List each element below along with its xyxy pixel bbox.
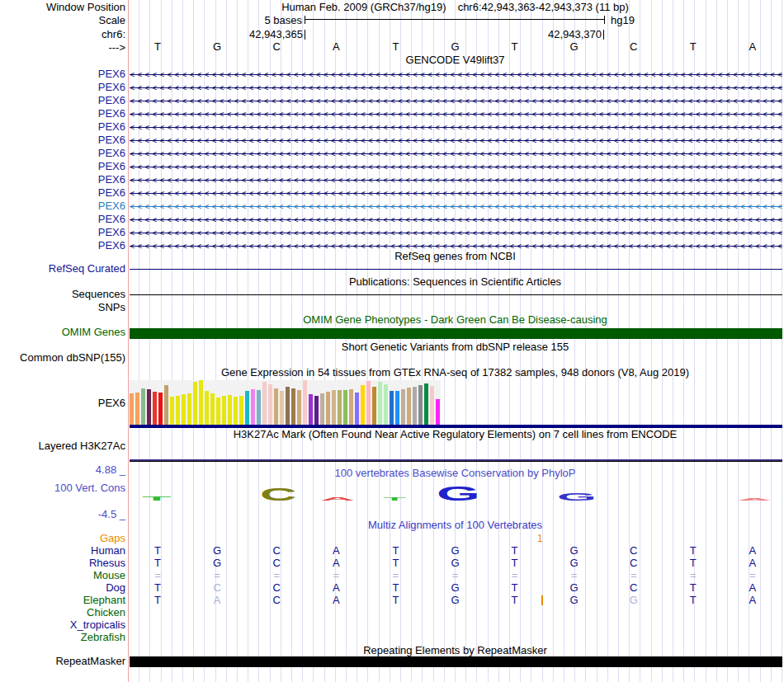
gene-label-pex6-6[interactable]: PEX6 xyxy=(98,134,125,146)
phylop-glyph-T: T xyxy=(142,496,172,501)
gencode-title: GENCODE V49lift37 xyxy=(128,54,782,66)
common-dbsnp-label[interactable]: Common dbSNP(155) xyxy=(20,352,125,364)
gene-label-pex6-12[interactable]: PEX6 xyxy=(98,214,125,225)
gtex-tissue-bar xyxy=(141,388,145,425)
alignment-base: G xyxy=(425,582,484,594)
gene-label-pex6-1[interactable]: PEX6 xyxy=(98,68,125,80)
gtex-tissue-bar xyxy=(176,396,180,425)
repeatmasker-label[interactable]: RepeatMasker xyxy=(55,656,125,667)
species-label-rhesus[interactable]: Rhesus xyxy=(89,557,125,569)
gtex-tissue-bar xyxy=(135,393,139,425)
gtex-tissue-bar xyxy=(424,383,428,425)
gtex-tissue-bar xyxy=(401,389,405,425)
gtex-bar-chart[interactable] xyxy=(130,380,442,425)
refseq-curated-line[interactable] xyxy=(130,269,782,270)
species-label-human[interactable]: Human xyxy=(91,545,125,557)
alignment-base: = xyxy=(723,570,782,581)
alignment-base: C xyxy=(247,545,306,557)
gene-model-row[interactable]: <<<<<<<<<<<<<<<<<<<<<<<<<<<<<<<<<<<<<<<<… xyxy=(130,189,782,198)
gtex-tissue-bar xyxy=(326,392,330,425)
gene-model-row[interactable]: <<<<<<<<<<<<<<<<<<<<<<<<<<<<<<<<<<<<<<<<… xyxy=(130,242,782,251)
sequences-label[interactable]: Sequences xyxy=(72,289,125,300)
species-label-elephant[interactable]: Elephant xyxy=(83,595,125,606)
alignment-base: G xyxy=(425,557,484,569)
alignment-base: = xyxy=(306,570,366,581)
gtex-tissue-bar xyxy=(205,391,209,425)
base-letter: T xyxy=(366,41,425,53)
alignment-base: G xyxy=(425,595,484,606)
h3k27ac-title: H3K27Ac Mark (Often Found Near Active Re… xyxy=(128,429,782,440)
assembly-short: hg19 xyxy=(611,15,635,26)
base-letter: A xyxy=(723,41,782,53)
layered-h3k27ac-label[interactable]: Layered H3K27Ac xyxy=(38,440,125,452)
alignment-base: G xyxy=(604,595,664,606)
gene-label-pex6-11[interactable]: PEX6 xyxy=(98,200,125,212)
coord-left: 42,943,365 xyxy=(249,29,303,40)
gtex-title: Gene Expression in 54 tissues from GTEx … xyxy=(128,367,782,379)
alignment-base: A xyxy=(306,545,366,557)
gtex-tissue-bar xyxy=(413,387,417,425)
gene-model-row[interactable]: <<<<<<<<<<<<<<<<<<<<<<<<<<<<<<<<<<<<<<<<… xyxy=(130,149,782,158)
alignment-base: = xyxy=(485,570,545,581)
assembly-title: Human Feb. 2009 (GRCh37/hg19) xyxy=(281,1,446,13)
gene-model-row[interactable]: <<<<<<<<<<<<<<<<<<<<<<<<<<<<<<<<<<<<<<<<… xyxy=(130,70,782,79)
gene-label-pex6-4[interactable]: PEX6 xyxy=(98,108,125,120)
alignment-base: G xyxy=(545,545,604,557)
species-label-zebrafish[interactable]: Zebrafish xyxy=(81,632,125,643)
base-letter: G xyxy=(425,41,484,53)
gene-model-row[interactable]: <<<<<<<<<<<<<<<<<<<<<<<<<<<<<<<<<<<<<<<<… xyxy=(130,96,782,106)
gene-model-row[interactable]: <<<<<<<<<<<<<<<<<<<<<<<<<<<<<<<<<<<<<<<<… xyxy=(130,228,782,238)
gene-label-pex6-9[interactable]: PEX6 xyxy=(98,174,125,186)
species-label-dog[interactable]: Dog xyxy=(106,582,125,594)
gtex-tissue-bar xyxy=(257,390,261,425)
phylop-title: 100 vertebrates Basewise Conservation by… xyxy=(128,468,782,479)
gene-label-pex6-10[interactable]: PEX6 xyxy=(98,187,125,199)
gtex-gene-label[interactable]: PEX6 xyxy=(98,397,125,409)
gene-model-row[interactable]: <<<<<<<<<<<<<<<<<<<<<<<<<<<<<<<<<<<<<<<<… xyxy=(130,83,782,92)
gtex-tissue-bar xyxy=(349,389,353,425)
gtex-tissue-bar xyxy=(361,385,365,425)
vert-cons-label[interactable]: 100 Vert. Cons xyxy=(54,482,125,494)
refseq-curated-label[interactable]: RefSeq Curated xyxy=(49,263,125,275)
gtex-tissue-bar xyxy=(407,388,411,425)
gtex-tissue-bar xyxy=(355,393,359,425)
species-label-chicken[interactable]: Chicken xyxy=(87,607,125,619)
alignment-base: C xyxy=(187,582,247,594)
gtex-tissue-bar xyxy=(262,382,267,425)
snps-label[interactable]: SNPs xyxy=(98,302,125,313)
repeatmasker-title: Repeating Elements by RepeatMasker xyxy=(128,645,782,656)
omim-genes-bar[interactable] xyxy=(130,328,782,339)
gene-model-row[interactable]: <<<<<<<<<<<<<<<<<<<<<<<<<<<<<<<<<<<<<<<<… xyxy=(130,215,782,224)
gene-label-pex6-14[interactable]: PEX6 xyxy=(98,240,125,252)
gene-model-row[interactable]: <<<<<<<<<<<<<<<<<<<<<<<<<<<<<<<<<<<<<<<<… xyxy=(130,176,782,185)
gene-label-pex6-8[interactable]: PEX6 xyxy=(98,161,125,172)
h3k27ac-line-2[interactable] xyxy=(130,461,782,462)
coord-left-tick xyxy=(305,30,305,40)
alignment-base: T xyxy=(128,545,187,557)
gene-model-row[interactable]: <<<<<<<<<<<<<<<<<<<<<<<<<<<<<<<<<<<<<<<<… xyxy=(130,123,782,132)
sequences-line[interactable] xyxy=(130,294,782,295)
gene-label-pex6-13[interactable]: PEX6 xyxy=(98,227,125,238)
gene-label-pex6-3[interactable]: PEX6 xyxy=(98,95,125,106)
gene-label-pex6-5[interactable]: PEX6 xyxy=(98,121,125,133)
alignment-base: G xyxy=(545,582,604,594)
gene-model-row[interactable]: <<<<<<<<<<<<<<<<<<<<<<<<<<<<<<<<<<<<<<<<… xyxy=(130,162,782,172)
gaps-label[interactable]: Gaps xyxy=(100,533,125,544)
gene-model-row[interactable]: <<<<<<<<<<<<<<<<<<<<<<<<<<<<<<<<<<<<<<<<… xyxy=(130,202,782,211)
species-label-mouse[interactable]: Mouse xyxy=(93,570,125,581)
gene-label-pex6-7[interactable]: PEX6 xyxy=(98,148,125,159)
gtex-baseline[interactable] xyxy=(130,425,782,428)
alignment-base: A xyxy=(723,557,782,569)
gtex-tissue-bar xyxy=(395,391,399,425)
gene-label-pex6-2[interactable]: PEX6 xyxy=(98,82,125,93)
gtex-tissue-bar xyxy=(210,393,215,425)
alignment-base: = xyxy=(545,570,604,581)
phylop-glyph-A: A xyxy=(737,498,772,501)
gene-model-row[interactable]: <<<<<<<<<<<<<<<<<<<<<<<<<<<<<<<<<<<<<<<<… xyxy=(130,136,782,145)
omim-genes-label[interactable]: OMIM Genes xyxy=(62,327,125,338)
gene-model-row[interactable]: <<<<<<<<<<<<<<<<<<<<<<<<<<<<<<<<<<<<<<<<… xyxy=(130,110,782,119)
alignment-base: T xyxy=(485,582,545,594)
alignment-base: G xyxy=(425,545,484,557)
species-label-x_tropicalis[interactable]: X_tropicalis xyxy=(70,619,125,631)
repeatmasker-bar[interactable] xyxy=(130,656,782,667)
